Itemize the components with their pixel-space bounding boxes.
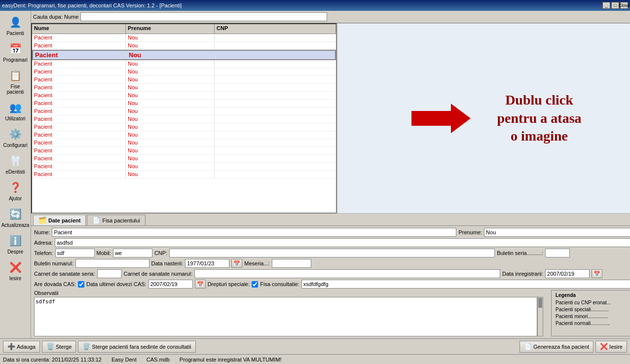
table-row[interactable]: PacientNou <box>32 92 336 100</box>
checkbox-are-dovada-cas[interactable] <box>78 281 84 288</box>
label-data-ultimei-dovezi: Data ultimei dovezi CAS: <box>86 281 147 287</box>
calendar-btn-dovada[interactable]: 📅 <box>195 280 206 289</box>
sterge-fara-sedinte-button[interactable]: 🗑️ Sterge pacienti fara sedinte de consu… <box>78 341 195 353</box>
input-carnet-numarul[interactable] <box>194 269 500 278</box>
arrow-right-icon <box>411 104 471 133</box>
patient-list: Nume Prenume CNP Pacient Nou Pac <box>31 23 337 214</box>
obs-scrollbar[interactable] <box>537 297 543 336</box>
table-row[interactable]: PacientNou <box>32 84 336 92</box>
input-buletin-numarul[interactable] <box>75 259 149 268</box>
table-row[interactable]: PacientNou <box>32 100 336 108</box>
input-buletin-seria[interactable] <box>545 249 570 257</box>
table-row[interactable]: PacientNou <box>32 131 336 139</box>
table-row[interactable]: PacientNou <box>32 123 336 131</box>
table-row[interactable]: Pacient Nou <box>32 34 336 42</box>
sidebar-item-utilizatori[interactable]: 👥 Utilizatori <box>0 97 31 124</box>
pacienti-icon: 👤 <box>7 14 23 30</box>
cell-cnp <box>215 42 336 49</box>
sidebar-item-pacienti[interactable]: 👤 Pacienti <box>0 12 31 38</box>
instruction-line2: pentru a atasa <box>497 110 581 126</box>
input-data-inregistrarii[interactable] <box>545 269 590 278</box>
legend-label-green: Pacienti minori............... <box>556 314 630 319</box>
search-input[interactable] <box>80 12 327 21</box>
label-adresa: Adresa: <box>34 240 53 246</box>
image-area[interactable]: Dublu click pentru a atasa o imagine <box>337 23 630 214</box>
table-row[interactable]: PacientNou <box>32 171 336 179</box>
sidebar-label-despre: Despre <box>7 249 23 255</box>
label-cnp: CNP: <box>154 250 167 256</box>
table-row[interactable]: PacientNou <box>32 139 336 147</box>
input-fisa-consultatie[interactable] <box>301 280 630 289</box>
obs-section: Observatii sdfsdf <box>34 290 543 336</box>
legend-row-black: Pacienti normali.............. <box>556 320 630 326</box>
input-meseria[interactable] <box>272 259 311 268</box>
sidebar-item-despre[interactable]: ℹ️ Despre <box>0 230 31 257</box>
input-data-nasterii[interactable] <box>185 259 229 268</box>
sterge-button[interactable]: 🗑️ Sterge <box>42 341 76 353</box>
sidebar-item-edentisti[interactable]: 🦷 eDentisti <box>0 150 31 177</box>
form-row-carnet: Carnet de sanatate seria: Carnet de sana… <box>34 269 630 278</box>
sidebar-item-actualizeaza[interactable]: 🔄 Actualizeaza <box>0 204 31 230</box>
tab-date-pacient[interactable]: 🗂️ Date pacient <box>33 215 86 225</box>
table-row[interactable]: PacientNou <box>32 147 336 155</box>
form-row-buletin: Buletin numarul: Data nasterii: 📅 Meseri… <box>34 259 630 268</box>
titlebar: easyDent: Programari, fise pacienti, dec… <box>0 0 630 11</box>
sidebar-item-iesire[interactable]: ❌ Iesire <box>0 257 31 284</box>
sidebar-item-configurari[interactable]: ⚙️ Configurari <box>0 124 31 150</box>
observatii-textarea[interactable]: sdfsdf <box>34 297 537 336</box>
genereaza-icon: 📄 <box>524 343 532 350</box>
sidebar-label-programari: Programari <box>3 57 27 63</box>
tab-fisa-pacientului[interactable]: 📄 Fisa pacientului <box>87 215 145 225</box>
minimize-button[interactable]: _ <box>602 2 610 9</box>
cell-cnp <box>216 51 335 59</box>
sterge-fara-icon: 🗑️ <box>82 343 90 350</box>
obs-legenda-row: Observatii sdfsdf Legenda Pacienti cu CN… <box>34 290 630 336</box>
sidebar-item-fise-pacienti[interactable]: 📋 Fise pacienti <box>0 65 31 97</box>
input-carnet-seria[interactable] <box>97 269 122 278</box>
sidebar-item-ajutor[interactable]: ❓ Ajutor <box>0 177 31 204</box>
label-data-nasterii: Data nasterii: <box>151 260 184 266</box>
tab-fisa-label: Fisa pacientului <box>102 218 140 223</box>
input-prenume[interactable] <box>484 228 630 237</box>
instruction-line1: Dublu click <box>505 92 573 108</box>
legend-label-blue: Pacienti speciali............. <box>556 307 630 312</box>
genereaza-fisa-button[interactable]: 📄 Genereaza fisa pacient <box>519 341 593 353</box>
edentisti-icon: 🦷 <box>7 153 23 169</box>
table-row[interactable]: PacientNou <box>32 68 336 76</box>
cell-prenume: Nou <box>126 34 215 41</box>
input-cnp[interactable] <box>169 249 495 257</box>
calendar-btn-nastere[interactable]: 📅 <box>231 259 242 268</box>
sidebar-item-programari[interactable]: 📅 Programari <box>0 38 31 65</box>
table-row[interactable]: PacientNou <box>32 163 336 171</box>
table-row[interactable]: PacientNou <box>32 76 336 84</box>
calendar-btn-inregistrare[interactable]: 📅 <box>592 269 602 278</box>
table-row[interactable]: PacientNou <box>32 155 336 163</box>
despre-icon: ℹ️ <box>7 233 23 249</box>
form-row-adresa: Adresa: <box>34 238 630 247</box>
list-body[interactable]: Pacient Nou Pacient Nou Pacient <box>32 34 336 213</box>
input-mobil[interactable] <box>113 249 152 257</box>
table-row[interactable]: Pacient Nou <box>32 42 336 50</box>
adauga-icon: ➕ <box>7 343 15 350</box>
checkbox-drepturi-speciale[interactable] <box>252 281 258 288</box>
content-area: Cauta dupa: Nume Nume Prenume CNP Pacien <box>31 11 630 338</box>
input-adresa[interactable] <box>55 238 630 247</box>
input-telefon[interactable] <box>55 249 95 257</box>
label-fisa-consultatie: Fisa consultatie: <box>260 281 299 287</box>
table-row[interactable]: PacientNou <box>32 108 336 115</box>
table-row[interactable]: PacientNou <box>32 60 336 68</box>
status-dbname: CAS.mdb <box>147 357 170 363</box>
iesire-button[interactable]: ❌ Iesire <box>595 341 627 353</box>
table-row[interactable]: Pacient Nou <box>32 50 336 60</box>
legend-label-red: Pacienti cu CNP eronat... <box>556 300 630 305</box>
label-mobil: Mobil: <box>97 250 111 256</box>
iesire-label: Iesire <box>609 344 623 350</box>
adauga-button[interactable]: ➕ Adauga <box>3 341 40 353</box>
bottom-buttons: ➕ Adauga 🗑️ Sterge 🗑️ Sterge pacienti fa… <box>0 338 630 354</box>
input-nume[interactable] <box>52 228 456 237</box>
ajutor-icon: ❓ <box>7 180 23 195</box>
statusbar: Data si ora curenta: 2011/02/25 11:33:12… <box>0 354 630 364</box>
table-row[interactable]: PacientNou <box>32 115 336 123</box>
close-button[interactable]: Close <box>620 2 628 9</box>
input-data-ultimei-dovezi[interactable] <box>148 280 193 289</box>
